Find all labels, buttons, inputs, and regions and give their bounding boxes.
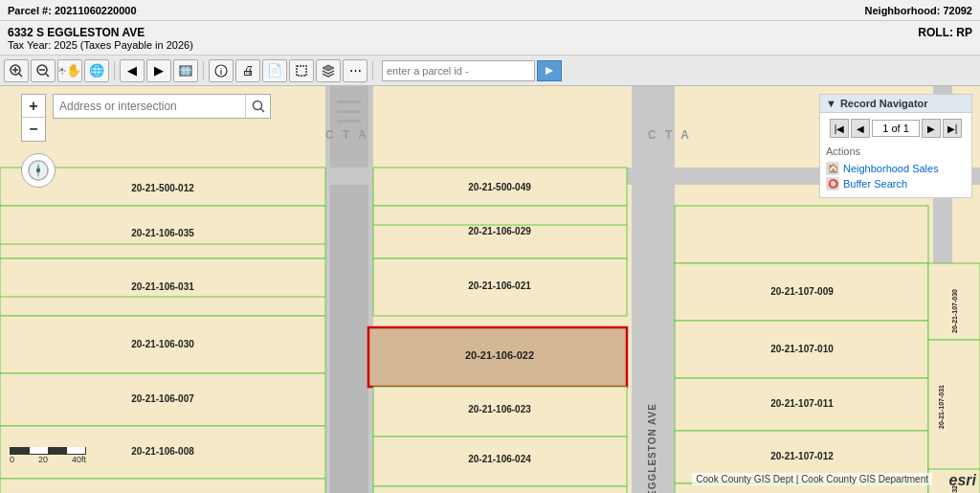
toolbar-separator-2: [203, 61, 204, 80]
map-area[interactable]: 20-21-500-012 20-21-106-035 20-21-106-03…: [0, 86, 980, 493]
actions-label: Actions: [826, 146, 966, 157]
map-btn[interactable]: [173, 59, 198, 82]
svg-text:20-21-106-035: 20-21-106-035: [131, 228, 194, 238]
svg-text:C T A: C T A: [325, 128, 369, 142]
top-info-bar: Parcel #: 20211060220000 Neighborhood: 7…: [0, 0, 980, 21]
roll-label: ROLL: RP: [918, 26, 972, 39]
svg-line-3: [19, 74, 22, 77]
compass-btn[interactable]: [21, 153, 56, 188]
buffer-search-icon: ⭕: [826, 177, 839, 190]
scale-labels: 0 20 40ft: [10, 455, 86, 464]
neighborhood-sales-icon: 🏠: [826, 162, 839, 175]
svg-rect-10: [297, 66, 306, 76]
map-zoom-in-btn[interactable]: +: [22, 95, 45, 118]
svg-text:20-21-500-012: 20-21-500-012: [131, 183, 194, 193]
scale-bar: 0 20 40ft: [10, 447, 86, 464]
search-icon: [252, 100, 265, 113]
record-counter: 1 of 1: [872, 120, 920, 137]
neighborhood-sales-link[interactable]: 🏠 Neighborhood Sales: [826, 161, 966, 176]
svg-text:20-21-106-023: 20-21-106-023: [468, 404, 531, 415]
record-nav-body: |◀ ◀ 1 of 1 ▶ ▶| Actions 🏠 Neighborhood …: [820, 113, 971, 197]
parcel-number: Parcel #: 20211060220000: [8, 5, 137, 16]
globe-tool-btn[interactable]: 🌐: [84, 59, 109, 82]
svg-rect-7: [180, 66, 191, 76]
nav-next-btn[interactable]: ▶: [922, 119, 941, 138]
rect-select-btn[interactable]: [289, 59, 314, 82]
scale-line: [10, 447, 86, 455]
record-nav-header: ▼ Record Navigator: [820, 95, 971, 113]
buffer-search-link[interactable]: ⭕ Buffer Search: [826, 176, 966, 191]
svg-text:20-21-106-021: 20-21-106-021: [468, 280, 531, 291]
esri-logo: esri: [949, 472, 976, 489]
svg-line-6: [46, 74, 49, 77]
attribution-text: Cook County GIS Dept | Cook County GIS D…: [692, 473, 932, 485]
svg-line-73: [260, 109, 264, 113]
neighborhood-label: Neighborhood: 72092: [865, 5, 972, 16]
more-btn[interactable]: ⋯: [343, 59, 368, 82]
scale-label-20: 20: [38, 455, 48, 464]
toolbar: ✋ 🌐 ◀ ▶ i 🖨 📄 ⋯: [0, 56, 980, 86]
svg-text:20-21-106-029: 20-21-106-029: [468, 226, 531, 236]
record-nav-title: Record Navigator: [840, 98, 928, 109]
scale-label-0: 0: [10, 455, 14, 464]
bookmark-btn[interactable]: 📄: [262, 59, 287, 82]
svg-text:20-21-107-030: 20-21-107-030: [951, 289, 958, 333]
parcel-id-input[interactable]: [382, 60, 535, 81]
svg-rect-19: [337, 120, 361, 123]
svg-point-72: [253, 101, 261, 110]
svg-text:20-21-106-022: 20-21-106-022: [465, 349, 534, 361]
svg-rect-35: [675, 206, 928, 263]
zoom-controls: + −: [21, 94, 46, 142]
svg-rect-27: [0, 479, 325, 493]
identify-tool-btn[interactable]: i: [209, 59, 234, 82]
svg-rect-17: [337, 101, 361, 103]
svg-text:C T A: C T A: [648, 128, 692, 142]
layer-btn[interactable]: [316, 59, 341, 82]
svg-point-78: [36, 168, 40, 172]
scale-label-40: 40ft: [72, 455, 86, 464]
svg-text:20-21-107-031: 20-21-107-031: [938, 385, 945, 429]
property-address: 6332 S EGGLESTON AVE: [8, 26, 145, 39]
tax-year-label: Tax Year: 2025 (Taxes Payable in 2026): [8, 39, 972, 51]
parcel-go-btn[interactable]: [537, 60, 562, 81]
svg-marker-11: [546, 67, 553, 75]
nav-controls: |◀ ◀ 1 of 1 ▶ ▶|: [826, 119, 966, 138]
svg-text:20-21-500-049: 20-21-500-049: [468, 182, 531, 192]
toolbar-separator-3: [372, 61, 373, 80]
compass-icon: [28, 160, 49, 181]
svg-rect-16: [330, 86, 368, 493]
svg-text:20-21-106-024: 20-21-106-024: [468, 454, 531, 464]
property-info-bar: 6332 S EGGLESTON AVE ROLL: RP Tax Year: …: [0, 21, 980, 56]
address-search-box: [53, 94, 271, 119]
svg-text:20-21-106-007: 20-21-106-007: [131, 393, 194, 404]
svg-text:20-21-107-010: 20-21-107-010: [770, 344, 834, 354]
svg-text:20-21-106-031: 20-21-106-031: [131, 281, 194, 292]
print-btn[interactable]: 🖨: [235, 59, 260, 82]
parcel-search-wrap: [382, 60, 562, 81]
forward-btn[interactable]: ▶: [146, 59, 171, 82]
neighborhood-sales-label: Neighborhood Sales: [843, 163, 939, 174]
nav-prev-btn[interactable]: ◀: [851, 119, 870, 138]
svg-rect-18: [337, 110, 361, 113]
zoom-in-tool-btn[interactable]: [4, 59, 29, 82]
buffer-search-label: Buffer Search: [843, 178, 907, 190]
address-search-input[interactable]: [54, 95, 245, 118]
svg-text:EGGLESTON AVE: EGGLESTON AVE: [647, 403, 657, 493]
toolbar-separator-1: [114, 61, 115, 80]
pan-tool-btn[interactable]: ✋: [57, 59, 82, 82]
zoom-out-tool-btn[interactable]: [31, 59, 56, 82]
back-btn[interactable]: ◀: [120, 59, 145, 82]
nav-last-btn[interactable]: ▶|: [943, 119, 962, 138]
svg-text:20-21-106-030: 20-21-106-030: [131, 339, 194, 349]
svg-text:20-21-107-009: 20-21-107-009: [770, 286, 834, 297]
map-zoom-out-btn[interactable]: −: [22, 118, 45, 141]
svg-text:20-21-106-008: 20-21-106-008: [131, 446, 194, 457]
address-search-btn[interactable]: [245, 95, 270, 118]
record-nav-collapse-icon[interactable]: ▼: [826, 98, 836, 109]
svg-rect-34: [373, 486, 627, 493]
svg-text:20-21-107-012: 20-21-107-012: [770, 451, 834, 461]
svg-text:20-21-107-011: 20-21-107-011: [770, 398, 834, 409]
record-navigator-panel: ▼ Record Navigator |◀ ◀ 1 of 1 ▶ ▶| Acti…: [819, 94, 972, 198]
svg-text:i: i: [220, 67, 223, 77]
nav-first-btn[interactable]: |◀: [830, 119, 849, 138]
